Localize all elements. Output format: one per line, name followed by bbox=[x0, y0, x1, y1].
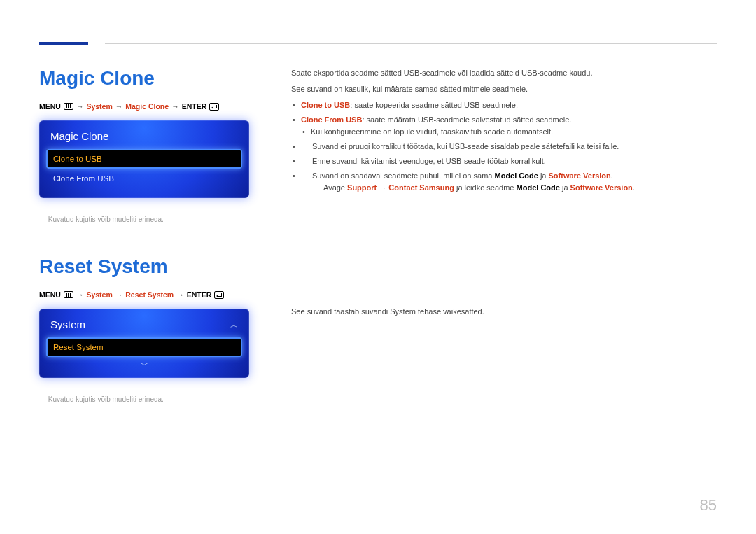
osd-title-text: System bbox=[50, 318, 85, 330]
text: . bbox=[633, 183, 635, 192]
osd-panel-reset-system: System ︿ Reset System ﹀ bbox=[39, 309, 249, 378]
menu-icon bbox=[64, 291, 74, 298]
footnote-image-vary: Kuvatud kujutis võib mudeliti erineda. bbox=[39, 216, 249, 223]
section-title-reset-system: Reset System bbox=[39, 255, 249, 278]
section-reset-system: Reset System MENU → System → Reset Syste… bbox=[39, 255, 249, 403]
osd-item-clone-from-usb[interactable]: Clone From USB bbox=[46, 169, 242, 188]
arrow-icon: → bbox=[76, 102, 84, 111]
enter-icon bbox=[209, 103, 219, 111]
osd-title: System ︿ bbox=[46, 316, 242, 337]
breadcrumb-magic-clone-item: Magic Clone bbox=[125, 102, 169, 111]
body-reset-system: See suvand taastab suvandi System tehase… bbox=[291, 306, 717, 318]
footnote-image-vary: Kuvatud kujutis võib mudeliti erineda. bbox=[39, 395, 249, 403]
model-code-label: Model Code bbox=[495, 171, 538, 180]
left-column: Magic Clone MENU → System → Magic Clone … bbox=[39, 67, 249, 431]
body-magic-clone: Saate eksportida seadme sätted USB-seadm… bbox=[291, 67, 717, 194]
text: Avage bbox=[323, 183, 347, 192]
osd-panel-magic-clone: Magic Clone Clone to USB Clone From USB bbox=[39, 120, 249, 198]
para-export: Saate eksportida seadme sätted USB-seadm… bbox=[291, 67, 717, 79]
text: Suvand on saadaval seadmete puhul, mille… bbox=[312, 171, 495, 180]
chevron-up-icon[interactable]: ︿ bbox=[230, 321, 238, 328]
breadcrumb-reset-system: MENU → System → Reset System → ENTER bbox=[39, 290, 249, 299]
text: ja bbox=[538, 171, 549, 180]
text: ja leidke seadme bbox=[454, 183, 517, 192]
arrow-icon: → bbox=[176, 290, 184, 299]
breadcrumb-system: System bbox=[86, 102, 112, 111]
note-model-code: Suvand on saadaval seadmete puhul, mille… bbox=[301, 170, 717, 194]
osd-item-clone-to-usb[interactable]: Clone to USB bbox=[46, 149, 242, 169]
chevron-down-icon[interactable]: ﹀ bbox=[46, 357, 242, 368]
page-content: Magic Clone MENU → System → Magic Clone … bbox=[0, 0, 756, 431]
label-clone-to-usb: Clone to USB bbox=[301, 101, 350, 109]
breadcrumb-menu-label: MENU bbox=[39, 290, 61, 299]
note-usb-working: Enne suvandi käivitamist veenduge, et US… bbox=[301, 155, 717, 167]
label-clone-from-usb: Clone From USB bbox=[301, 115, 362, 124]
breadcrumb-enter-label: ENTER bbox=[182, 102, 207, 111]
software-version-label: Software Version bbox=[549, 171, 611, 180]
model-code-label: Model Code bbox=[517, 183, 560, 192]
header-divider bbox=[105, 43, 717, 44]
bullet-clone-to-usb: Clone to USB: saate kopeerida seadme sät… bbox=[301, 99, 717, 111]
text-clone-from-usb: : saate määrata USB-seadmele salvestatud… bbox=[362, 115, 571, 124]
breadcrumb-magic-clone: MENU → System → Magic Clone → ENTER bbox=[39, 102, 249, 111]
contact-samsung-label: Contact Samsung bbox=[388, 183, 454, 192]
text: ja bbox=[560, 183, 570, 192]
para-reset: See suvand taastab suvandi System tehase… bbox=[291, 306, 717, 318]
breadcrumb-enter-label: ENTER bbox=[187, 290, 212, 299]
arrow-icon: → bbox=[115, 290, 123, 299]
breadcrumb-reset-system-item: Reset System bbox=[125, 290, 174, 299]
text-clone-to-usb: : saate kopeerida seadme sätted USB-sead… bbox=[350, 101, 518, 109]
osd-title: Magic Clone bbox=[46, 127, 242, 149]
arrow-icon: → bbox=[76, 290, 84, 299]
text: . bbox=[611, 171, 613, 180]
section-magic-clone: Magic Clone MENU → System → Magic Clone … bbox=[39, 67, 249, 223]
bullet-clone-from-usb: Clone From USB: saate määrata USB-seadme… bbox=[301, 114, 717, 138]
arrow-text: → bbox=[377, 183, 388, 192]
page-number: 85 bbox=[700, 496, 717, 514]
software-version-label: Software Version bbox=[570, 183, 633, 192]
header-accent-bar bbox=[39, 42, 88, 45]
divider bbox=[39, 391, 249, 391]
breadcrumb-system: System bbox=[86, 290, 112, 299]
note-other-files: Suvand ei pruugi korralikult töötada, ku… bbox=[301, 141, 717, 153]
section-title-magic-clone: Magic Clone bbox=[39, 67, 249, 90]
arrow-icon: → bbox=[172, 102, 179, 111]
breadcrumb-menu-label: MENU bbox=[39, 102, 61, 111]
divider bbox=[39, 211, 249, 211]
osd-title-text: Magic Clone bbox=[50, 130, 108, 142]
support-label: Support bbox=[347, 183, 377, 192]
right-column: Saate eksportida seadme sätted USB-seadm… bbox=[291, 67, 717, 431]
para-useful: See suvand on kasulik, kui määrate samad… bbox=[291, 83, 717, 95]
sub-auto-restart: Kui konfigureerimine on lõpule viidud, t… bbox=[311, 126, 717, 138]
note-support-path: Avage Support → Contact Samsung ja leidk… bbox=[312, 182, 717, 194]
menu-icon bbox=[64, 103, 74, 110]
osd-item-reset-system[interactable]: Reset System bbox=[46, 337, 242, 357]
enter-icon bbox=[214, 291, 224, 299]
arrow-icon: → bbox=[115, 102, 123, 111]
